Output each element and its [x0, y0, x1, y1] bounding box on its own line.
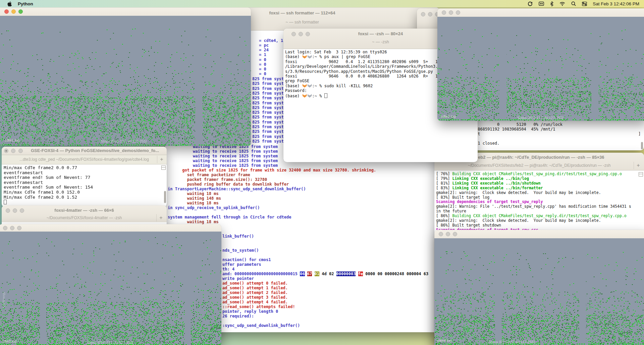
- terminal-line: = 0: [259, 71, 266, 76]
- strip-plot[interactable]: cdte2.log Strips [Pt:0-127, Al:127-255]: [437, 17, 644, 121]
- terminal-line: [ 76%] Building CXX object CMakeFiles/te…: [436, 172, 639, 177]
- menu-bar-clock[interactable]: Sat Feb 3 12:42:06 PM: [593, 1, 639, 6]
- terminal-line: got packet of size 1825 for frame with s…: [168, 168, 376, 172]
- close-button[interactable]: [4, 9, 9, 14]
- new-tab-button[interactable]: +: [157, 156, 166, 163]
- terminal-line: ::read_some() attempts failed!: [222, 304, 295, 309]
- terminal-line: ad_some() attempt 4 failed.: [222, 300, 288, 304]
- wolf-emoji-icon: [308, 55, 312, 58]
- terminal-line: in sync_udp_receive_to_uplink_buffer(): [168, 205, 260, 210]
- terminal-line: Scanning dependencies of target test_spw…: [436, 200, 639, 204]
- terminal-line: = 0: [259, 62, 266, 67]
- terminal-line: packet framer frame.size(): 32780: [168, 177, 267, 182]
- window-titlebar[interactable]: [437, 8, 644, 17]
- control-center-icon[interactable]: [582, 2, 587, 6]
- plot-window-cdte4: cdte4.log Strips [Pt:0-127, Al:127-255]: [434, 230, 644, 345]
- wolf-emoji-icon: [308, 94, 312, 98]
- terminal-line: = 24: [259, 48, 269, 52]
- zoom-button[interactable]: [456, 10, 460, 15]
- close-button[interactable]: [442, 10, 446, 15]
- terminal-line: eventframe end! Sum of Nevent: 154: [4, 185, 163, 190]
- window-titlebar[interactable]: GSE-FOXSI-4 — Python FoGSE/demos/live_de…: [2, 147, 167, 155]
- terminal-line: gmake[2]: warning: Clock skew detected. …: [436, 191, 639, 195]
- bluetooth-icon[interactable]: [550, 1, 553, 6]
- terminal-line: ad_some() attempt 1 failed.: [222, 286, 288, 290]
- terminal-content[interactable]: Min/max CdTe frame2 0.0 0.77eventframest…: [4, 165, 163, 207]
- terminal-line: 825 from syste: [252, 110, 286, 115]
- strip-plot-canvas: [0, 232, 221, 345]
- terminal-line: waiting 18 ms: [168, 219, 219, 224]
- terminal-line: th: 4: [222, 267, 234, 272]
- terminal-line: Min/max CdTe frame1 0.0 152.0: [4, 190, 163, 195]
- zoom-button[interactable]: [17, 226, 21, 230]
- close-button[interactable]: [439, 232, 443, 236]
- terminal-line: write pointer: [222, 276, 254, 281]
- terminal-line: link_buffer(): [222, 234, 254, 239]
- terminal-line: [ 79%] Linking CXX executable ../bin/log: [436, 177, 639, 181]
- terminal-line: 825 from syste: [252, 120, 286, 125]
- y-axis-label: ADC/Energy: [2, 292, 5, 309]
- terminal-line: ad_some() attempt 3 failed.: [222, 295, 288, 300]
- terminal-line: 825 from syste: [252, 77, 286, 81]
- active-app-name[interactable]: Python: [18, 1, 33, 6]
- minimize-button[interactable]: [10, 226, 14, 230]
- close-button[interactable]: [4, 149, 8, 153]
- terminal-line: waiting to receive 1825 from system: [193, 163, 278, 168]
- split-pane-icon[interactable]: [639, 172, 643, 177]
- strip-plot[interactable]: cdte1.log Strips [Pt:0-127, Al:127-255]: [0, 16, 251, 146]
- minimize-button[interactable]: [449, 10, 453, 15]
- close-button[interactable]: [3, 226, 7, 230]
- terminal-line: 825 from syste: [252, 139, 286, 144]
- terminal-line: waiting 18 ms: [168, 201, 219, 205]
- wolf-emoji-icon: [308, 84, 312, 88]
- window-titlebar[interactable]: [0, 224, 221, 232]
- terminal-cursor: [4, 200, 7, 204]
- strip-plot-canvas: [434, 238, 644, 345]
- tab-bar[interactable]: ...dte3.log cdte_ped ~/Documents/FOXSI/f…: [2, 155, 167, 164]
- strips-axis-label: Strips [Pt:0-127, Al:127-255]: [101, 139, 147, 143]
- terminal-line: in the future: [436, 209, 639, 214]
- log-filename-label: cdte3.log: [2, 339, 17, 343]
- window-titlebar[interactable]: [0, 7, 251, 16]
- new-tab-button[interactable]: +: [634, 162, 643, 169]
- sync-menu-icon[interactable]: [528, 1, 533, 6]
- fox-emoji-icon: [303, 55, 307, 58]
- terminal-line: [ 86%] Building CXX object CMakeFiles/te…: [436, 214, 639, 218]
- zoom-button[interactable]: [18, 9, 23, 14]
- display-menu-icon[interactable]: [539, 1, 544, 6]
- terminal-line: waiting 148 ms: [168, 196, 221, 201]
- log-filename-label: cdte2.log: [441, 114, 456, 118]
- search-icon[interactable]: [571, 1, 576, 6]
- log-filename-label: cdte1.log: [5, 138, 20, 142]
- split-pane-icon[interactable]: [161, 165, 166, 170]
- window-titlebar[interactable]: foxsi-4matter — -zsh — 66×6 ~/Documents/…: [2, 205, 167, 223]
- terminal-line: 825 from syste: [252, 81, 286, 86]
- new-tab-button[interactable]: +: [156, 214, 165, 221]
- terminal-line: 868591192 1083968504 45% /mnt/1: [475, 127, 555, 132]
- window-titlebar[interactable]: [434, 230, 644, 239]
- zoom-button[interactable]: [453, 232, 457, 236]
- terminal-line: set frame packetizer frame: [168, 172, 250, 177]
- window-title: GSE-FOXSI-4 — Python FoGSE/demos/live_de…: [25, 148, 165, 153]
- minimize-button[interactable]: [11, 149, 15, 153]
- terminal-line: nds_to_system(): [222, 248, 259, 253]
- wifi-icon[interactable]: [559, 2, 565, 6]
- apple-menu[interactable]: [7, 1, 12, 6]
- terminal-line: ad_some() attempt 0 failed.: [222, 281, 288, 286]
- strips-axis-label: Strips [Pt:0-127, Al:127-255]: [517, 116, 564, 120]
- strip-plot[interactable]: cdte4.log Strips [Pt:0-127, Al:127-255]: [434, 238, 644, 345]
- scrollbar-thumb[interactable]: [164, 191, 166, 203]
- terminal-line: 825 from syste: [252, 125, 286, 129]
- scrollbar-thumb[interactable]: [641, 142, 643, 149]
- zoom-button[interactable]: [18, 149, 23, 153]
- plot-window-cdte1: cdte1.log Strips [Pt:0-127, Al:127-255]: [0, 7, 251, 146]
- minimize-button[interactable]: [446, 232, 450, 236]
- tab-label[interactable]: ...dte3.log cdte_ped ~/Documents/FOXSI/f…: [2, 157, 167, 162]
- terminal-line: 91 closed.: [475, 141, 499, 146]
- terminal-line: waiting to receive 1825 from system: [193, 149, 278, 154]
- fox-emoji-icon: [303, 94, 307, 98]
- terminal-line: = 1: [259, 52, 266, 57]
- minimize-button[interactable]: [11, 9, 16, 14]
- strip-plot[interactable]: ADC/Energy cdte3.log Strips [Pt:0-127, A…: [0, 232, 221, 345]
- terminal-line: = cdte4, 1: [259, 38, 283, 43]
